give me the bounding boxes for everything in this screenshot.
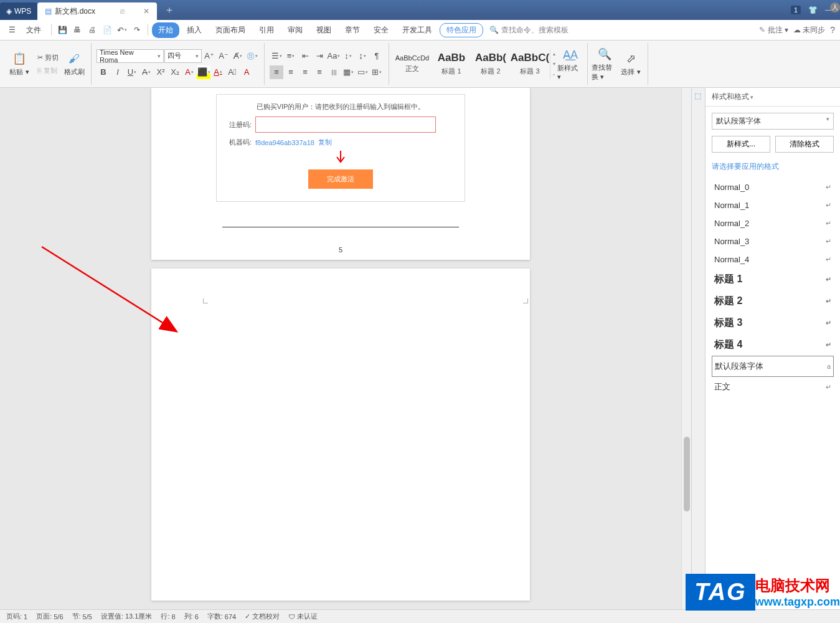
grow-font-button[interactable]: A⁺ (202, 49, 216, 63)
tab-layout[interactable]: 页面布局 (209, 22, 252, 38)
style-heading4[interactable]: 标题 4↵ (712, 334, 834, 356)
text-effect-button[interactable]: A (182, 65, 196, 79)
print-icon[interactable]: 🖶 (70, 23, 84, 37)
style-normal0[interactable]: Normal_0↵ (712, 178, 834, 196)
style-h3[interactable]: AaBbC(标题 3 (511, 46, 549, 82)
skin-icon[interactable]: 👕 (808, 6, 818, 14)
char-border-button[interactable]: A⃞ (225, 65, 239, 79)
copy-button[interactable]: ⎘复制 (35, 65, 61, 77)
tab-dev[interactable]: 开发工具 (396, 22, 438, 38)
tab-present-icon[interactable]: ⎚ (120, 7, 125, 16)
shading-button[interactable]: ▦ (341, 65, 355, 79)
sync-button[interactable]: ☁ 未同步 (793, 25, 825, 36)
style-scroll-more[interactable]: ⌄ (550, 69, 557, 79)
font-size-combo[interactable]: 四号 (164, 49, 202, 63)
increase-indent-button[interactable]: ⇥ (313, 49, 326, 63)
tab-chapter[interactable]: 章节 (339, 22, 366, 38)
redo-button[interactable]: ↷ (130, 23, 144, 37)
user-avatar[interactable]: 人 (830, 2, 840, 12)
highlight-button[interactable]: ⬛ (197, 65, 210, 79)
style-default-font[interactable]: 默认段落字体a (712, 356, 834, 377)
document-area[interactable]: 已购买VIP的用户：请把收到的注册码输入到编辑框中。 注册码: 机器码: f8d… (0, 88, 681, 609)
notification-badge[interactable]: 1 (791, 6, 801, 14)
activate-button[interactable]: 完成激活 (308, 169, 373, 189)
save-icon[interactable]: 💾 (55, 23, 69, 37)
tab-review[interactable]: 审阅 (281, 22, 309, 38)
phonetic-button[interactable]: ㊐ (245, 49, 259, 63)
copy-link[interactable]: 复制 (318, 138, 332, 147)
select-button[interactable]: ⬀ 选择 ▾ (618, 43, 644, 85)
style-normal4[interactable]: Normal_4↵ (712, 250, 834, 269)
status-section[interactable]: 节: 5/5 (72, 612, 92, 621)
status-words[interactable]: 字数: 674 (207, 612, 236, 621)
align-right-button[interactable]: ≡ (298, 65, 312, 79)
numbering-button[interactable]: ≡ (284, 49, 298, 63)
paste-button[interactable]: 📋 粘贴 ▾ (6, 43, 32, 85)
status-auth[interactable]: 🛡未认证 (288, 612, 318, 621)
status-col[interactable]: 列: 6 (184, 612, 199, 621)
undo-button[interactable]: ↶ (115, 23, 129, 37)
style-body-text[interactable]: 正文↵ (712, 377, 834, 397)
tab-insert[interactable]: 插入 (181, 22, 208, 38)
decrease-indent-button[interactable]: ⇤ (298, 49, 312, 63)
style-heading2[interactable]: 标题 2↵ (712, 290, 834, 312)
superscript-button[interactable]: X² (154, 65, 168, 79)
style-heading1[interactable]: 标题 1↵ (712, 269, 834, 290)
underline-button[interactable]: U (125, 65, 139, 79)
command-search[interactable]: 🔍 查找命令、搜索模板 (489, 25, 569, 36)
style-scroll-down[interactable]: ▾ (550, 59, 557, 69)
strike-button[interactable]: A̶ (139, 65, 153, 79)
cut-button[interactable]: ✂剪切 (35, 52, 61, 64)
tool-icon-1[interactable]: ⬚ (694, 92, 703, 100)
clear-format-button[interactable]: A̸ (231, 49, 245, 63)
line-spacing-button[interactable]: ↨ (356, 49, 369, 63)
font-name-combo[interactable]: Times New Roma (97, 49, 164, 63)
distribute-button[interactable]: ⫼ (327, 65, 341, 79)
scrollbar-thumb[interactable] (684, 437, 690, 511)
find-replace-button[interactable]: 🔍 查找替换 ▾ (592, 43, 618, 85)
clear-format-button[interactable]: 清除格式 (775, 136, 834, 153)
style-normal3[interactable]: Normal_3↵ (712, 232, 834, 250)
new-style-panel-button[interactable]: 新样式... (712, 136, 770, 153)
annotate-button[interactable]: ✎ 批注 ▾ (759, 25, 788, 36)
subscript-button[interactable]: X₂ (168, 65, 182, 79)
new-tab-button[interactable]: ＋ (164, 4, 174, 17)
style-normal1[interactable]: Normal_1↵ (712, 196, 834, 214)
file-menu[interactable]: 文件 (20, 22, 47, 38)
tab-view[interactable]: 视图 (310, 22, 337, 38)
align-center-button[interactable]: ≡ (284, 65, 298, 79)
style-scroll-up[interactable]: ▴ (550, 49, 557, 59)
bullets-button[interactable]: ☰ (270, 49, 283, 63)
change-case-button[interactable]: Aa (327, 49, 341, 63)
tab-special[interactable]: 特色应用 (440, 23, 483, 37)
format-painter-button[interactable]: 🖌 格式刷 (61, 43, 87, 85)
shrink-font-button[interactable]: A⁻ (217, 49, 230, 63)
status-position[interactable]: 设置值: 13.1厘米 (101, 612, 152, 621)
current-style-select[interactable]: 默认段落字体 (712, 113, 834, 130)
char-shading-button[interactable]: A (240, 65, 253, 79)
panel-title[interactable]: 样式和格式 (706, 88, 840, 107)
print-preview-icon[interactable]: 🖨 (85, 23, 99, 37)
sort-button[interactable]: ↕ (341, 49, 355, 63)
menu-icon[interactable]: ☰ (5, 23, 19, 37)
align-justify-button[interactable]: ≡ (313, 65, 326, 79)
close-tab-icon[interactable]: ✕ (143, 7, 149, 16)
status-proof[interactable]: ✓文档校对 (245, 612, 280, 621)
style-h1[interactable]: AaBb标题 1 (432, 46, 471, 82)
style-heading3[interactable]: 标题 3↵ (712, 312, 834, 334)
help-icon[interactable]: ? (830, 25, 835, 35)
style-h2[interactable]: AaBb(标题 2 (471, 46, 510, 82)
italic-button[interactable]: I (111, 65, 125, 79)
new-style-button[interactable]: A͟A 新样式 ▾ (557, 43, 583, 85)
vertical-scrollbar[interactable] (681, 88, 691, 609)
status-row[interactable]: 行: 8 (161, 612, 175, 621)
tabs-button[interactable]: ⊞ (370, 65, 384, 79)
status-page[interactable]: 页面: 5/6 (36, 612, 63, 621)
tab-start[interactable]: 开始 (152, 22, 179, 38)
style-body[interactable]: AaBbCcDd正文 (393, 46, 432, 82)
document-tab[interactable]: ▤ 新文档.docx ⎚ ✕ (37, 2, 157, 20)
tab-reference[interactable]: 引用 (253, 22, 280, 38)
border-button[interactable]: ▭ (356, 65, 369, 79)
reg-code-input[interactable] (255, 117, 436, 133)
tab-security[interactable]: 安全 (367, 22, 395, 38)
